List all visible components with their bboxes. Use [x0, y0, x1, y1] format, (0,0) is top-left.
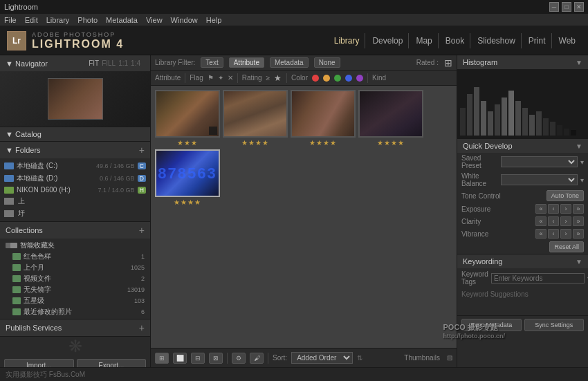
white-balance-arrow[interactable]: ▾ [580, 176, 584, 184]
folder-item[interactable]: 上 [0, 195, 150, 207]
photo-cell[interactable]: 878563 ★★★★ [155, 149, 220, 206]
exposure-inc-large[interactable]: » [573, 204, 584, 214]
exposure-dec[interactable]: ‹ [548, 204, 559, 214]
view-loupe-button[interactable]: ⬜ [173, 353, 187, 364]
module-print[interactable]: Print [523, 33, 552, 48]
filter-text-button[interactable]: Text [201, 57, 223, 68]
collection-count: 2 [141, 275, 145, 282]
collection-item[interactable]: 上个月 1025 [0, 262, 150, 273]
minimize-button[interactable]: ─ [549, 2, 559, 12]
flag-rejected-icon[interactable]: ✕ [228, 74, 233, 82]
qd-expand-icon[interactable]: ▼ [576, 142, 582, 150]
menu-help[interactable]: Help [206, 16, 222, 24]
publish-services-add-button[interactable]: + [139, 322, 145, 333]
photo-cell[interactable]: ★★★★ [358, 90, 423, 147]
folder-item[interactable]: 圩 [0, 207, 150, 220]
exposure-inc[interactable]: › [560, 204, 571, 214]
sort-direction-icon[interactable]: ⇅ [357, 354, 362, 362]
quick-develop-header[interactable]: Quick Develop ▼ [457, 139, 588, 153]
module-develop[interactable]: Develop [367, 33, 409, 48]
color-purple-dot[interactable] [356, 75, 363, 82]
module-library[interactable]: Library [329, 33, 366, 48]
sync-metadata-button[interactable]: Sync Metadata [461, 319, 522, 331]
folders-header[interactable]: ▼ Folders + [0, 142, 150, 158]
vibrance-dec[interactable]: ‹ [548, 229, 559, 239]
color-green-dot[interactable] [334, 75, 341, 82]
nav-fit[interactable]: FIT [89, 59, 99, 67]
module-map[interactable]: Map [410, 33, 438, 48]
clarity-dec[interactable]: ‹ [548, 216, 559, 226]
sprocket-button[interactable]: ⚙ [232, 353, 246, 364]
menu-photo[interactable]: Photo [77, 16, 98, 24]
folder-item[interactable]: NIKON D600 (H:) 7.1 / 14.0 GB H [0, 185, 150, 195]
saved-preset-arrow[interactable]: ▾ [580, 158, 584, 166]
menu-metadata[interactable]: Metadata [106, 16, 138, 24]
module-slideshow[interactable]: Slideshow [472, 33, 522, 48]
folder-item[interactable]: 本地磁盘 (C:) 49.6 / 146 GB C [0, 160, 150, 172]
color-blue-dot[interactable] [345, 75, 352, 82]
menu-edit[interactable]: Edit [25, 16, 38, 24]
photo-cell[interactable]: ★★★★ [291, 90, 356, 147]
auto-tone-button[interactable]: Auto Tone [546, 190, 584, 201]
view-survey-button[interactable]: ⊠ [209, 353, 223, 364]
view-compare-button[interactable]: ⊟ [191, 353, 205, 364]
collection-group[interactable]: 智能收藏夹 [0, 240, 150, 251]
filter-metadata-button[interactable]: Metadata [270, 57, 309, 68]
saved-preset-select[interactable] [501, 156, 578, 167]
maximize-button[interactable]: □ [562, 2, 571, 12]
folders-add-button[interactable]: + [139, 145, 145, 156]
color-yellow-dot[interactable] [323, 75, 330, 82]
collection-item[interactable]: 五星级 103 [0, 295, 150, 306]
folder-item[interactable]: 本地磁盘 (D:) 0.6 / 146 GB D [0, 172, 150, 185]
flag-none-icon[interactable]: ⚑ [208, 74, 214, 82]
color-red-dot[interactable] [312, 75, 319, 82]
module-web[interactable]: Web [553, 33, 581, 48]
filter-none-button[interactable]: None [314, 57, 340, 68]
collection-item[interactable]: 无失镜字 13019 [0, 284, 150, 295]
export-button[interactable]: Export... [77, 359, 147, 367]
collection-item[interactable]: 视频文件 2 [0, 273, 150, 284]
keyword-tags-input[interactable] [491, 273, 585, 284]
vibrance-dec-large[interactable]: « [535, 229, 546, 239]
folder-icon [4, 162, 14, 169]
collections-header[interactable]: Collections + [0, 222, 150, 239]
histogram-expand-icon[interactable]: ▼ [576, 59, 582, 66]
histogram-header[interactable]: Histogram ▼ [457, 55, 588, 69]
filter-attribute-button[interactable]: Attribute [229, 57, 264, 68]
vibrance-inc[interactable]: › [560, 229, 571, 239]
keywording-expand-icon[interactable]: ▼ [576, 258, 582, 266]
photo-cell[interactable]: ★★★ [155, 90, 220, 147]
module-book[interactable]: Book [440, 33, 470, 48]
photo-cell[interactable]: ★★★★ [223, 90, 288, 147]
menu-file[interactable]: File [4, 16, 17, 24]
thumb-size-icon[interactable]: ⊟ [447, 354, 452, 362]
folder-badge: C [138, 162, 147, 169]
clarity-dec-large[interactable]: « [535, 216, 546, 226]
collection-item[interactable]: 红色色样 1 [0, 251, 150, 262]
vibrance-inc-large[interactable]: » [573, 229, 584, 239]
white-balance-select[interactable] [501, 174, 578, 185]
catalog-header[interactable]: ▼ Catalog [0, 127, 150, 141]
publish-services-header[interactable]: Publish Services + [0, 319, 150, 336]
navigator-header[interactable]: ▼ Navigator FIT FILL 1:1 1:4 [0, 55, 150, 71]
view-grid-button[interactable]: ⊞ [155, 353, 169, 364]
exposure-dec-large[interactable]: « [535, 204, 546, 214]
collections-add-button[interactable]: + [139, 225, 145, 236]
collection-item[interactable]: 最近修改的照片 6 [0, 306, 150, 317]
clarity-inc-large[interactable]: » [573, 216, 584, 226]
photo-stars: ★★★ [177, 139, 198, 147]
rating-stars[interactable]: ★ [274, 73, 282, 83]
sync-settings-button[interactable]: Sync Settings [524, 319, 585, 331]
reset-all-button[interactable]: Reset All [549, 241, 584, 252]
menu-library[interactable]: Library [46, 16, 70, 24]
paint-button[interactable]: 🖌 [250, 353, 264, 364]
flag-flagged-icon[interactable]: ✦ [218, 74, 223, 82]
close-button[interactable]: ✕ [574, 2, 584, 12]
menu-window[interactable]: Window [171, 16, 198, 24]
filter-expand-icon[interactable]: ⊞ [444, 57, 452, 68]
sort-select[interactable]: Added Order Capture Time Edit Time File … [291, 352, 353, 364]
clarity-inc[interactable]: › [560, 216, 571, 226]
menu-view[interactable]: View [146, 16, 163, 24]
keywording-header[interactable]: Keywording ▼ [457, 254, 588, 268]
import-button[interactable]: Import... [4, 359, 74, 367]
